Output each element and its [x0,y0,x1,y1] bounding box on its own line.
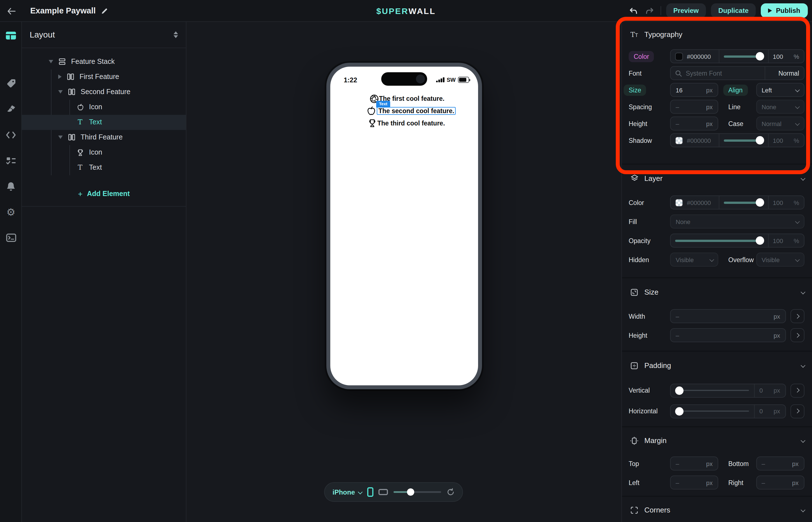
shadow-opacity-slider[interactable] [719,134,768,147]
tree-item-second-feature[interactable]: Second Feature [22,84,186,99]
letter-spacing-input[interactable]: – px [670,100,718,114]
shadow-hex-value[interactable]: #000000 [687,137,711,144]
tree-item-third-feature-icon[interactable]: Icon [22,145,186,160]
chevron-down-icon[interactable] [801,289,805,294]
sidebar-item-theme[interactable] [0,101,22,117]
line-dropdown[interactable]: None [756,100,804,114]
size-value[interactable]: 16 [676,86,683,93]
device-select[interactable]: iPhone [333,488,361,496]
layer-hex-value[interactable]: #000000 [687,199,711,206]
duplicate-button[interactable]: Duplicate [711,3,756,18]
height-options-button[interactable] [790,328,804,342]
sidebar-item-layout[interactable] [0,27,22,44]
size-token-chip[interactable]: Size [624,84,646,96]
chevron-down-icon[interactable] [801,507,805,512]
add-element-button[interactable]: + Add Element [22,181,186,207]
sort-toggle-icon[interactable] [173,31,178,38]
tree-item-feature-stack[interactable]: Feature Stack [22,54,186,69]
tree-item-second-feature-text[interactable]: T Text [22,115,186,130]
slider-knob[interactable] [755,136,764,144]
padding-vertical-slider[interactable] [676,386,749,395]
slider-knob[interactable] [755,198,764,207]
margin-value[interactable]: – [762,460,765,467]
corners-header[interactable]: Corners [622,503,812,517]
sidebar-item-console[interactable] [0,229,22,246]
landscape-icon[interactable] [378,489,388,495]
size-header[interactable]: Size [622,285,812,299]
color-opacity-slider[interactable] [719,50,768,63]
width-value[interactable]: – [676,313,679,320]
preview-button[interactable]: Preview [666,3,706,18]
align-token-chip[interactable]: Align [723,84,748,96]
feature-row-2[interactable]: Text The second cool feature. [330,105,478,117]
color-token-chip[interactable]: Color [629,51,654,62]
zoom-slider-knob[interactable] [407,488,415,496]
chevron-down-icon[interactable] [801,363,805,367]
width-input[interactable]: – px [670,309,786,323]
overflow-dropdown[interactable]: Visible [756,253,804,267]
typography-header[interactable]: TT Typography [622,28,812,41]
align-dropdown[interactable]: Left [756,83,804,97]
portrait-icon[interactable] [367,487,373,497]
shadow-swatch[interactable] [675,136,683,144]
opacity-value[interactable]: 100 [773,53,783,60]
padding-horizontal-options-button[interactable] [790,404,804,418]
feature-text[interactable]: The second cool feature. [378,107,454,114]
case-dropdown[interactable]: Normal [756,117,804,130]
color-swatch-field[interactable]: #000000 [671,50,719,63]
margin-top-input[interactable]: – px [670,457,718,470]
caret-down-icon[interactable] [58,90,63,94]
opacity-value[interactable]: 100 [773,137,783,144]
sidebar-item-rules[interactable] [0,152,22,169]
fill-dropdown[interactable]: None [670,215,804,228]
height-input[interactable]: – px [670,328,786,342]
width-options-button[interactable] [790,309,804,323]
padding-vertical-field[interactable]: 0 px [754,384,785,397]
padding-vertical-options-button[interactable] [790,383,804,397]
redo-button[interactable] [644,5,655,16]
tree-item-second-feature-icon[interactable]: Icon [22,99,186,115]
margin-value[interactable]: – [762,479,765,486]
slider-knob[interactable] [755,236,764,245]
padding-value[interactable]: 0 [759,408,763,415]
feature-row-1[interactable]: The first cool feature. [330,93,478,105]
layer-header[interactable]: Layer [622,172,812,185]
shadow-opacity-field[interactable]: 100 % [768,134,804,147]
margin-left-input[interactable]: – px [670,476,718,489]
opacity-value[interactable]: 100 [773,237,783,244]
selected-text-element[interactable]: Text The second cool feature. [377,107,456,115]
margin-value[interactable]: – [676,479,679,486]
slider-knob[interactable] [755,52,764,60]
sidebar-item-products[interactable] [0,75,22,92]
publish-button[interactable]: Publish [761,3,808,18]
padding-value[interactable]: 0 [759,387,763,394]
height-value[interactable]: – [676,120,679,127]
line-height-input[interactable]: – px [670,117,718,130]
font-search-field[interactable]: System Font [671,67,765,80]
font-placeholder[interactable]: System Font [686,70,722,77]
margin-bottom-input[interactable]: – px [756,457,804,470]
opacity-pct-field[interactable]: 100 % [768,234,804,247]
caret-down-icon[interactable] [49,60,53,63]
color-swatch[interactable] [675,52,683,60]
height-value[interactable]: – [676,332,679,339]
layer-color-slider[interactable] [719,196,768,209]
caret-down-icon[interactable] [58,136,63,139]
layer-color-swatch[interactable] [675,199,683,206]
tree-item-third-feature[interactable]: Third Feature [22,130,186,145]
opacity-slider[interactable] [671,234,768,247]
spacing-value[interactable]: – [676,103,679,110]
opacity-value[interactable]: 100 [773,199,783,206]
layer-color-pct-field[interactable]: 100 % [768,196,804,209]
caret-right-icon[interactable] [58,75,62,79]
sidebar-item-notifications[interactable] [0,178,22,195]
color-opacity-field[interactable]: 100 % [768,50,804,63]
sidebar-item-settings[interactable]: ⚙ [0,204,22,220]
refresh-icon[interactable] [447,488,455,496]
shadow-swatch-field[interactable]: #000000 [671,134,719,147]
undo-button[interactable] [628,5,639,16]
sidebar-item-code[interactable] [0,126,22,143]
color-hex-value[interactable]: #000000 [687,53,711,60]
padding-header[interactable]: Padding [622,359,812,372]
font-size-input[interactable]: 16 px [670,83,718,97]
